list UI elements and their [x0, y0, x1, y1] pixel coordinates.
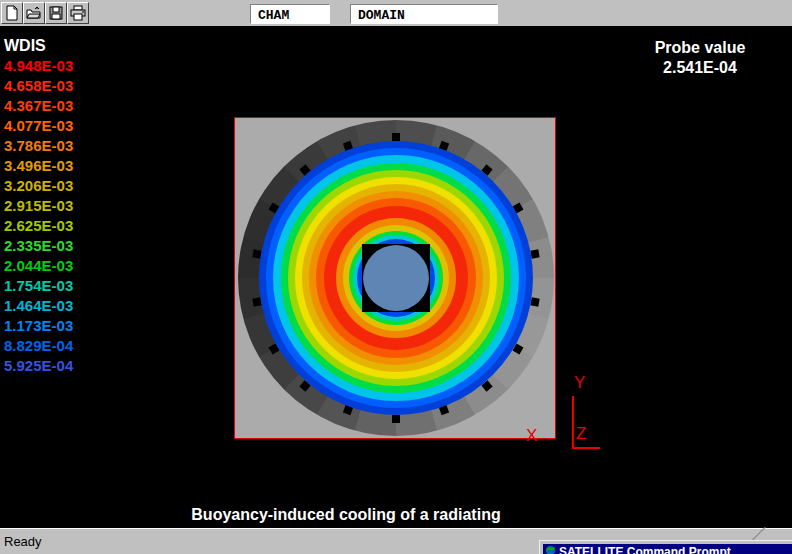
app-window: CHAM DOMAIN WDIS 4.948E-034.658E-034.367…	[0, 0, 792, 554]
axis-x-label: X	[526, 426, 537, 446]
legend-entry: 3.496E-03	[4, 157, 73, 177]
toolbar: CHAM DOMAIN	[0, 0, 792, 27]
print-button[interactable]	[67, 2, 89, 24]
globe-icon	[545, 545, 556, 554]
new-document-button[interactable]	[1, 2, 23, 24]
legend-entry: 3.206E-03	[4, 177, 73, 197]
annulus-notch	[392, 415, 400, 423]
legend-entry: 8.829E-04	[4, 337, 73, 357]
legend-entry: 5.925E-04	[4, 357, 73, 377]
legend-entry: 4.077E-03	[4, 117, 73, 137]
legend-entry: 4.367E-03	[4, 97, 73, 117]
legend-entry: 4.658E-03	[4, 77, 73, 97]
axis-y-label: Y	[574, 373, 585, 393]
legend-entry: 1.173E-03	[4, 317, 73, 337]
save-button[interactable]	[45, 2, 67, 24]
probe-readout: Probe value 2.541E-04	[638, 38, 762, 78]
satellite-window-title: SATELLITE Command Prompt	[559, 545, 731, 554]
legend-entry: 2.335E-03	[4, 237, 73, 257]
center-circle	[363, 245, 429, 311]
rings-layer	[235, 118, 555, 438]
plot-canvas[interactable]	[234, 117, 556, 439]
axis-z-label: Z	[576, 424, 586, 444]
axis-vertical-line	[572, 396, 574, 449]
save-icon	[48, 5, 64, 21]
annulus-notch	[530, 249, 539, 258]
open-folder-icon	[26, 5, 42, 21]
satellite-window[interactable]: SATELLITE Command Prompt	[539, 540, 792, 554]
legend-title: WDIS	[4, 37, 46, 55]
legend-entry: 2.625E-03	[4, 217, 73, 237]
print-icon	[70, 5, 86, 21]
legend-entry: 1.754E-03	[4, 277, 73, 297]
legend: 4.948E-034.658E-034.367E-034.077E-033.78…	[4, 57, 73, 377]
cham-field[interactable]: CHAM	[250, 4, 330, 24]
legend-entry: 2.044E-03	[4, 257, 73, 277]
plot-title: Buoyancy-induced cooling of a radiating	[146, 506, 546, 524]
legend-entry: 2.915E-03	[4, 197, 73, 217]
probe-value: 2.541E-04	[638, 58, 762, 78]
open-file-button[interactable]	[23, 2, 45, 24]
domain-field[interactable]: DOMAIN	[350, 4, 498, 24]
status-text: Ready	[4, 534, 42, 549]
probe-label: Probe value	[638, 38, 762, 58]
annulus-notch	[392, 133, 400, 141]
satellite-titlebar[interactable]: SATELLITE Command Prompt	[543, 544, 792, 554]
legend-entry: 1.464E-03	[4, 297, 73, 317]
legend-entry: 4.948E-03	[4, 57, 73, 77]
legend-entry: 3.786E-03	[4, 137, 73, 157]
axis-horizontal-line	[572, 447, 600, 449]
new-document-icon	[4, 5, 20, 21]
